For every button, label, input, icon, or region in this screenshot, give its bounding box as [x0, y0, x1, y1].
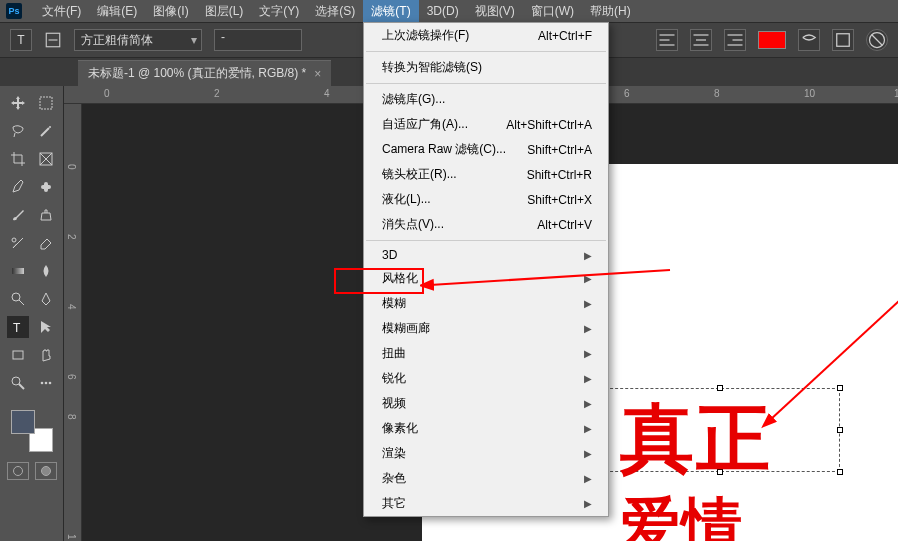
svg-point-16 — [49, 126, 51, 128]
menu-image[interactable]: 图像(I) — [145, 0, 196, 23]
hand-tool[interactable] — [35, 344, 57, 366]
submenu-arrow-icon: ▶ — [584, 398, 592, 409]
menu-item-other[interactable]: 其它▶ — [364, 491, 608, 516]
svg-line-29 — [19, 384, 24, 389]
menu-item-lens-correction[interactable]: 镜头校正(R)...Shift+Ctrl+R — [364, 162, 608, 187]
align-left-button[interactable] — [656, 29, 678, 51]
menu-item-camera-raw[interactable]: Camera Raw 滤镜(C)...Shift+Ctrl+A — [364, 137, 608, 162]
move-tool[interactable] — [7, 92, 29, 114]
menu-item-last-filter[interactable]: 上次滤镜操作(F)Alt+Ctrl+F — [364, 23, 608, 48]
ruler-mark: 8 — [66, 414, 77, 420]
menu-filter[interactable]: 滤镜(T) — [363, 0, 418, 23]
document-title: 未标题-1 @ 100% (真正的爱情, RGB/8) * — [88, 65, 306, 82]
quickmask-mode-button[interactable] — [35, 462, 57, 480]
svg-rect-21 — [44, 182, 48, 192]
clone-stamp-tool[interactable] — [35, 204, 57, 226]
menu-item-3d[interactable]: 3D▶ — [364, 244, 608, 266]
svg-rect-27 — [13, 351, 23, 359]
svg-point-30 — [40, 382, 43, 385]
font-style-select[interactable]: - — [214, 29, 302, 51]
submenu-arrow-icon: ▶ — [584, 373, 592, 384]
ruler-mark: 2 — [214, 88, 220, 99]
transform-handle[interactable] — [837, 385, 843, 391]
transform-handle[interactable] — [837, 469, 843, 475]
ruler-mark: 2 — [66, 234, 77, 240]
menu-item-adaptive-wide[interactable]: 自适应广角(A)...Alt+Shift+Ctrl+A — [364, 112, 608, 137]
cancel-button[interactable] — [866, 29, 888, 51]
menu-item-pixelate[interactable]: 像素化▶ — [364, 416, 608, 441]
menu-layer[interactable]: 图层(L) — [197, 0, 252, 23]
menu-item-distort[interactable]: 扭曲▶ — [364, 341, 608, 366]
type-tool[interactable]: T — [7, 316, 29, 338]
toolbox: T — [0, 86, 64, 541]
menu-3d[interactable]: 3D(D) — [419, 1, 467, 21]
menu-item-convert-smart[interactable]: 转换为智能滤镜(S) — [364, 55, 608, 80]
crop-tool[interactable] — [7, 148, 29, 170]
text-color-swatch[interactable] — [758, 31, 786, 49]
frame-tool[interactable] — [35, 148, 57, 170]
history-brush-tool[interactable] — [7, 232, 29, 254]
menu-help[interactable]: 帮助(H) — [582, 0, 639, 23]
edit-toolbar[interactable] — [35, 372, 57, 394]
magic-wand-tool[interactable] — [35, 120, 57, 142]
submenu-arrow-icon: ▶ — [584, 448, 592, 459]
path-selection-tool[interactable] — [35, 316, 57, 338]
svg-line-13 — [872, 35, 882, 45]
menu-item-vanishing-point[interactable]: 消失点(V)...Alt+Ctrl+V — [364, 212, 608, 237]
menu-select[interactable]: 选择(S) — [307, 0, 363, 23]
menu-item-sharpen[interactable]: 锐化▶ — [364, 366, 608, 391]
close-tab-icon[interactable]: × — [314, 67, 321, 81]
brush-tool[interactable] — [7, 204, 29, 226]
menu-item-liquify[interactable]: 液化(L)...Shift+Ctrl+X — [364, 187, 608, 212]
app-logo: Ps — [6, 3, 22, 19]
font-family-select[interactable]: 方正粗倩简体 — [74, 29, 202, 51]
svg-point-24 — [12, 293, 20, 301]
rectangle-tool[interactable] — [7, 344, 29, 366]
pen-tool[interactable] — [35, 288, 57, 310]
menu-type[interactable]: 文字(Y) — [251, 0, 307, 23]
healing-brush-tool[interactable] — [35, 176, 57, 198]
align-center-button[interactable] — [690, 29, 712, 51]
svg-line-25 — [19, 300, 24, 305]
orientation-toggle[interactable] — [44, 31, 62, 49]
ruler-mark: 0 — [104, 88, 110, 99]
submenu-arrow-icon: ▶ — [584, 473, 592, 484]
submenu-arrow-icon: ▶ — [584, 498, 592, 509]
zoom-tool[interactable] — [7, 372, 29, 394]
menu-item-noise[interactable]: 杂色▶ — [364, 466, 608, 491]
ruler-mark: 10 — [804, 88, 815, 99]
submenu-arrow-icon: ▶ — [584, 250, 592, 261]
ruler-mark: 8 — [714, 88, 720, 99]
foreground-background-colors[interactable] — [11, 410, 53, 452]
submenu-arrow-icon: ▶ — [584, 298, 592, 309]
foreground-color[interactable] — [11, 410, 35, 434]
menu-item-render[interactable]: 渲染▶ — [364, 441, 608, 466]
transform-handle[interactable] — [837, 427, 843, 433]
menu-file[interactable]: 文件(F) — [34, 0, 89, 23]
gradient-tool[interactable] — [7, 260, 29, 282]
eraser-tool[interactable] — [35, 232, 57, 254]
menu-item-video[interactable]: 视频▶ — [364, 391, 608, 416]
menu-window[interactable]: 窗口(W) — [523, 0, 582, 23]
menu-item-stylize[interactable]: 风格化▶ — [364, 266, 608, 291]
submenu-arrow-icon: ▶ — [584, 423, 592, 434]
menu-item-blur-gallery[interactable]: 模糊画廊▶ — [364, 316, 608, 341]
align-right-button[interactable] — [724, 29, 746, 51]
menu-edit[interactable]: 编辑(E) — [89, 0, 145, 23]
standard-mode-button[interactable] — [7, 462, 29, 480]
menu-view[interactable]: 视图(V) — [467, 0, 523, 23]
marquee-tool[interactable] — [35, 92, 57, 114]
blur-tool[interactable] — [35, 260, 57, 282]
tool-preset-icon[interactable]: T — [10, 29, 32, 51]
eyedropper-tool[interactable] — [7, 176, 29, 198]
svg-rect-14 — [40, 97, 52, 109]
character-panel-button[interactable] — [832, 29, 854, 51]
menu-item-filter-gallery[interactable]: 滤镜库(G)... — [364, 87, 608, 112]
menu-item-blur[interactable]: 模糊▶ — [364, 291, 608, 316]
document-tab[interactable]: 未标题-1 @ 100% (真正的爱情, RGB/8) * × — [78, 60, 331, 86]
submenu-arrow-icon: ▶ — [584, 323, 592, 334]
lasso-tool[interactable] — [7, 120, 29, 142]
dodge-tool[interactable] — [7, 288, 29, 310]
warp-text-button[interactable] — [798, 29, 820, 51]
svg-text:T: T — [13, 321, 21, 335]
